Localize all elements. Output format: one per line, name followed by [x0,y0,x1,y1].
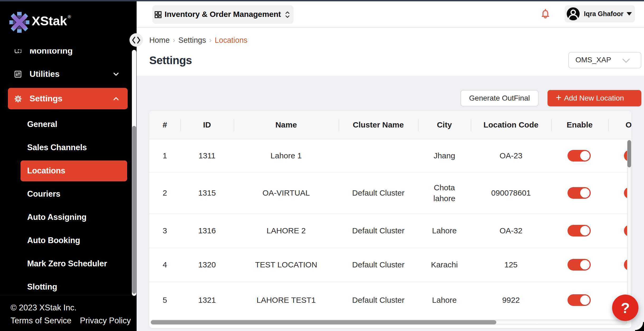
sidebar-subitem-sales-channels[interactable]: Sales Channels [0,137,132,158]
breadcrumb-settings[interactable]: Settings [178,36,206,44]
table-row[interactable]: 1 1311 Lahore 1 Jhang OA-23 [149,139,631,173]
cell-id: 1316 [180,214,234,248]
sidebar-subitem-label: Sales Channels [27,143,87,152]
enable-toggle-on[interactable] [568,225,591,237]
toggle-knob [580,226,590,235]
column-separator [471,119,471,131]
cell-cluster: Default Cluster [339,248,418,282]
page-title: Settings [149,54,192,67]
sidebar-subitem-label: Couriers [27,189,60,199]
breadcrumb-locations: Locations [215,36,247,44]
sidebar-subitem-auto-booking[interactable]: Auto Booking [0,230,132,251]
column-header-cluster: Cluster Name [339,111,418,139]
sidebar-subitem-couriers[interactable]: Couriers [0,184,132,205]
cell-code: 9922 [471,282,551,318]
notifications-bell-icon[interactable] [542,9,549,19]
sidebar-subitem-locations[interactable]: Locations [21,160,127,181]
column-header-code: Location Code [471,111,551,139]
window-rounded-corner [635,322,644,331]
environment-select[interactable]: OMS_XAP [568,52,641,68]
table-row[interactable]: 5 1321 LAHORE TEST1 Default Cluster Laho… [149,282,631,318]
table-horizontal-scrollbar-track[interactable] [151,320,627,325]
enable-toggle-on[interactable] [568,187,591,199]
breadcrumb-home[interactable]: Home [149,36,170,44]
sidebar-menu: Monitoring Utilities Settings General Sa… [0,49,132,295]
sidebar-item-label: Monitoring [30,49,73,56]
breadcrumb-separator-icon: › [170,36,178,44]
terms-of-service-link[interactable]: Terms of Service [11,316,71,325]
sidebar-subitem-label: Slotting [27,282,57,292]
cell-num: 3 [149,214,180,248]
cell-name: TEST LOCATION [234,248,339,282]
help-question-mark: ? [621,299,630,316]
enable-toggle-on[interactable] [568,259,591,271]
cell-code: OA-23 [471,139,551,172]
user-menu[interactable]: Iqra Ghafoor [565,5,635,22]
app-switcher-label: Inventory & Order Management [165,10,281,19]
apps-grid-icon [155,11,162,18]
table-row[interactable]: 3 1316 LAHORE 2 Default Cluster Lahore O… [149,214,631,248]
sidebar-scrollbar-thumb[interactable] [132,126,136,294]
table-row[interactable]: 2 1315 OA-VIRTUAL Default Cluster Chota … [149,173,631,214]
cell-cluster: Default Cluster [339,173,418,214]
privacy-policy-link[interactable]: Privacy Policy [80,316,131,325]
environment-select-value: OMS_XAP [575,56,611,64]
sidebar-item-label: Utilities [30,69,60,79]
cell-city: Karachi [418,248,471,282]
column-header-id: ID [180,111,234,139]
user-name: Iqra Ghafoor [584,10,623,17]
chevron-down-icon [622,59,630,63]
toggle-knob [580,151,590,160]
xstak-logo-icon [9,12,30,32]
sidebar-subitem-general[interactable]: General [0,114,132,135]
cell-cluster [339,139,418,172]
sliders-icon [15,71,21,78]
sidebar-subitem-label: General [27,120,57,129]
sidebar-item-label: Settings [30,93,63,103]
xstak-logo-text: XStak [32,15,67,27]
column-header-num: # [149,111,180,139]
enable-toggle-on[interactable] [568,294,591,306]
generate-outfinal-label: Generate OutFinal [469,94,530,102]
cell-code: 090078601 [471,173,551,214]
sidebar-collapse-button[interactable] [129,33,143,47]
sidebar-item-utilities[interactable]: Utilities [0,63,132,86]
cell-num: 2 [149,173,180,214]
locations-table-card: # ID Name Cluster Name City Location Cod… [149,111,631,328]
sidebar-subitem-mark-zero-scheduler[interactable]: Mark Zero Scheduler [0,253,132,275]
sidebar-item-settings[interactable]: Settings [8,88,128,109]
cell-id: 1311 [180,139,234,172]
sidebar-item-monitoring[interactable]: Monitoring [0,49,132,62]
enable-toggle-on[interactable] [568,150,591,162]
chevron-up-icon [113,96,119,101]
table-vertical-scrollbar-thumb[interactable] [627,140,631,167]
column-separator [234,119,234,131]
copyright-text: © 2023 XStak Inc. [11,303,76,313]
column-separator [339,119,339,131]
cell-name: LAHORE TEST1 [234,282,339,318]
add-new-location-button[interactable]: +Add New Location [547,90,641,106]
sidebar-subitem-slotting[interactable]: Slotting [0,277,132,295]
sidebar-subitem-auto-assigning[interactable]: Auto Assigning [0,207,132,228]
user-menu-caret-icon [627,12,632,16]
cell-num: 1 [149,139,180,172]
chevron-down-icon [113,72,119,77]
generate-outfinal-button[interactable]: Generate OutFinal [460,90,539,106]
cell-name: LAHORE 2 [234,214,339,248]
select-updown-icon [285,11,290,18]
cell-city: Lahore [418,214,471,248]
cell-city: Chota lahore [418,173,471,214]
cell-id: 1315 [180,173,234,214]
column-header-name: Name [234,111,339,139]
help-button[interactable]: ? [612,295,638,321]
column-header-city: City [418,111,471,139]
user-avatar [567,7,580,20]
top-header-bar: Inventory & Order Management Iqra Ghafoo… [137,1,644,27]
toggle-knob [580,295,590,305]
app-switcher-dropdown[interactable]: Inventory & Order Management [152,5,294,24]
table-row[interactable]: 4 1320 TEST LOCATION Default Cluster Kar… [149,248,631,282]
column-header-overflow: O [626,111,631,139]
table-horizontal-scrollbar-thumb[interactable] [151,320,496,324]
gear-icon [15,95,21,102]
page-header: Home›Settings›Locations Settings OMS_XAP [137,28,644,76]
